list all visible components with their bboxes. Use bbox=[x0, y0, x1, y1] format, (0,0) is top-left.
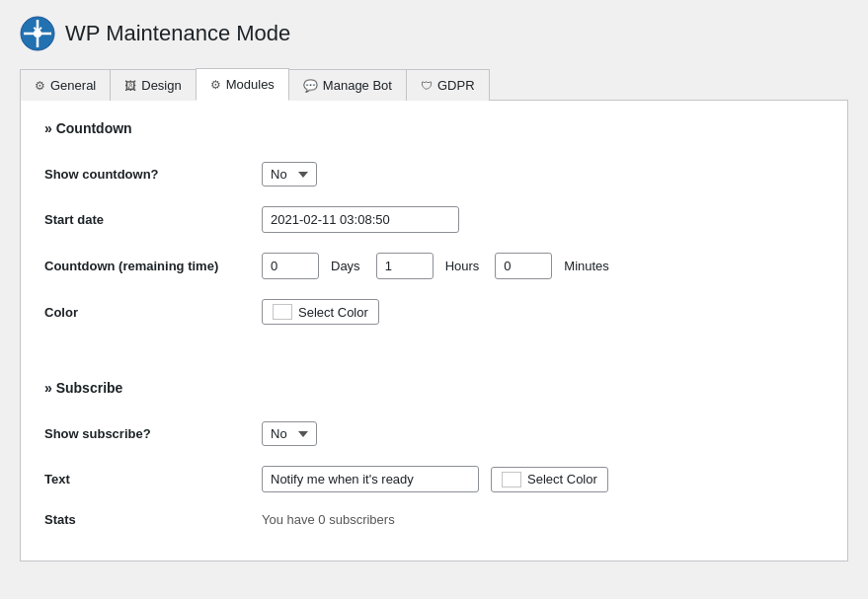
select-color-label: Select Color bbox=[298, 305, 368, 320]
general-icon: ⚙ bbox=[35, 79, 45, 93]
show-subscribe-label: Show subscribe? bbox=[44, 412, 262, 456]
start-date-row: Start date bbox=[44, 196, 824, 243]
days-input[interactable] bbox=[262, 253, 319, 279]
remaining-time-row: Countdown (remaining time) Days Hours Mi… bbox=[44, 243, 824, 289]
tab-general-label: General bbox=[50, 78, 96, 93]
show-subscribe-select[interactable]: No Yes bbox=[262, 421, 317, 446]
minutes-input[interactable] bbox=[495, 253, 552, 279]
modules-icon: ⚙ bbox=[210, 78, 221, 92]
subscribe-form: Show subscribe? No Yes Text Select Colo bbox=[44, 412, 824, 537]
tab-design[interactable]: 🖼 Design bbox=[110, 69, 196, 101]
show-countdown-label: Show countdown? bbox=[44, 152, 262, 196]
days-unit-label: Days bbox=[331, 259, 360, 273]
tab-modules[interactable]: ⚙ Modules bbox=[196, 68, 289, 101]
minutes-unit-label: Minutes bbox=[564, 259, 609, 273]
stats-label: Stats bbox=[44, 502, 262, 537]
tab-manage-bot-label: Manage Bot bbox=[323, 78, 392, 93]
remaining-time-label: Countdown (remaining time) bbox=[44, 243, 262, 289]
start-date-label: Start date bbox=[44, 196, 262, 243]
subscribe-color-swatch bbox=[502, 472, 521, 487]
design-icon: 🖼 bbox=[124, 79, 136, 93]
subscribe-select-color-label: Select Color bbox=[527, 472, 597, 487]
select-color-button[interactable]: Select Color bbox=[262, 299, 379, 325]
color-label: Color bbox=[44, 289, 262, 335]
tab-manage-bot[interactable]: 💬 Manage Bot bbox=[288, 69, 407, 101]
show-countdown-select[interactable]: No Yes bbox=[262, 162, 317, 187]
text-inputs: Select Color bbox=[262, 466, 824, 492]
tab-design-label: Design bbox=[141, 78, 181, 93]
start-date-input[interactable] bbox=[262, 206, 459, 233]
section-divider bbox=[44, 344, 824, 364]
color-swatch bbox=[273, 304, 292, 320]
tab-modules-label: Modules bbox=[226, 77, 275, 92]
show-countdown-row: Show countdown? No Yes bbox=[44, 152, 824, 196]
show-subscribe-row: Show subscribe? No Yes bbox=[44, 412, 824, 456]
tabs-bar: ⚙ General 🖼 Design ⚙ Modules 💬 Manage Bo… bbox=[20, 67, 848, 101]
app-header: ✕ WP Maintenance Mode bbox=[20, 16, 848, 51]
color-row: Color Select Color bbox=[44, 289, 824, 335]
subscribe-select-color-button[interactable]: Select Color bbox=[491, 467, 608, 492]
svg-text:✕: ✕ bbox=[32, 24, 43, 39]
app-logo-icon: ✕ bbox=[20, 16, 55, 51]
stats-value: You have 0 subscribers bbox=[262, 512, 395, 527]
hours-unit-label: Hours bbox=[445, 259, 480, 273]
remaining-time-inputs: Days Hours Minutes bbox=[262, 253, 824, 279]
gdpr-icon: 🛡 bbox=[421, 79, 433, 93]
tab-gdpr[interactable]: 🛡 GDPR bbox=[406, 69, 490, 101]
page-title: WP Maintenance Mode bbox=[65, 21, 290, 46]
countdown-form: Show countdown? No Yes Start date Countd… bbox=[44, 152, 824, 335]
subscribe-text-input[interactable] bbox=[262, 466, 479, 492]
page-wrapper: ✕ WP Maintenance Mode ⚙ General 🖼 Design… bbox=[0, 0, 868, 577]
subscribe-heading: » Subscribe bbox=[44, 380, 824, 396]
text-label: Text bbox=[44, 456, 262, 502]
countdown-heading: » Countdown bbox=[44, 120, 824, 136]
tab-gdpr-label: GDPR bbox=[437, 78, 475, 93]
stats-row: Stats You have 0 subscribers bbox=[44, 502, 824, 537]
text-row: Text Select Color bbox=[44, 456, 824, 502]
manage-bot-icon: 💬 bbox=[303, 79, 318, 93]
tab-general[interactable]: ⚙ General bbox=[20, 69, 111, 101]
content-panel: » Countdown Show countdown? No Yes Start… bbox=[20, 101, 848, 562]
hours-input[interactable] bbox=[376, 253, 434, 279]
